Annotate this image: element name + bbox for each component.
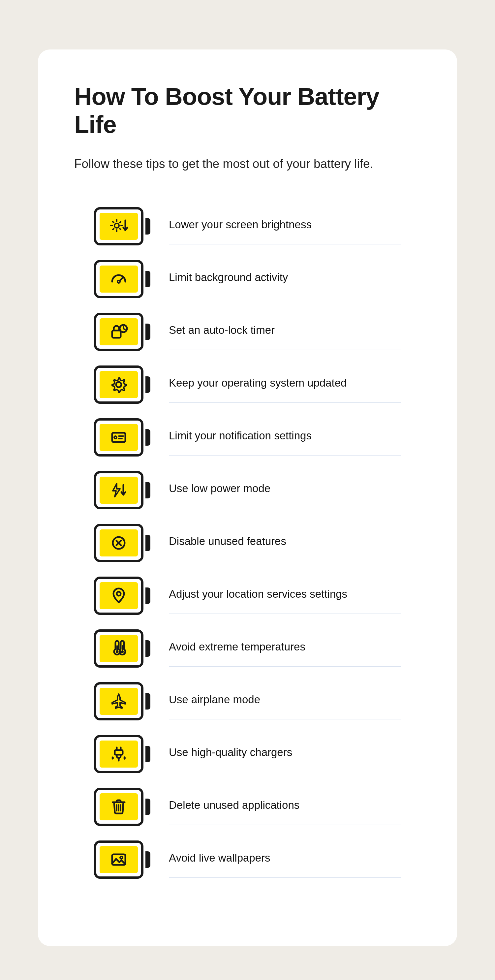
battery-icon: [94, 577, 150, 615]
tip-label: Avoid live wallpapers: [169, 852, 401, 864]
tip-row: Limit background activity: [94, 260, 401, 298]
location-pin-icon: [110, 587, 128, 604]
tip-row: Use low power mode: [94, 471, 401, 509]
charger-plug-icon: [110, 746, 128, 763]
tip-label: Disable unused features: [169, 535, 401, 547]
battery-icon: [94, 313, 150, 351]
image-icon: [110, 851, 128, 868]
lock-timer-icon: [110, 323, 128, 340]
page-title: How To Boost Your Battery Life: [74, 83, 421, 138]
low-power-icon: [110, 482, 128, 499]
tip-text-wrap: Avoid extreme temperatures: [169, 631, 401, 667]
brightness-down-icon: [110, 218, 128, 235]
tip-text-wrap: Avoid live wallpapers: [169, 842, 401, 878]
x-circle-icon: [110, 535, 128, 552]
tip-row: Adjust your location services settings: [94, 577, 401, 615]
tip-text-wrap: Limit your notification settings: [169, 420, 401, 455]
battery-icon: [94, 629, 150, 668]
battery-icon: [94, 366, 150, 404]
tip-label: Avoid extreme temperatures: [169, 641, 401, 653]
tip-row: Avoid live wallpapers: [94, 840, 401, 879]
airplane-icon: [110, 693, 128, 710]
battery-icon: [94, 207, 150, 245]
gear-icon: [110, 376, 128, 393]
tip-label: Use low power mode: [169, 482, 401, 495]
page-subtitle: Follow these tips to get the most out of…: [74, 157, 421, 171]
tip-label: Use airplane mode: [169, 694, 401, 706]
tip-row: Delete unused applications: [94, 788, 401, 826]
tip-text-wrap: Delete unused applications: [169, 789, 401, 825]
tip-row: Keep your operating system updated: [94, 366, 401, 404]
card: How To Boost Your Battery Life Follow th…: [38, 49, 457, 946]
tip-row: Lower your screen brightness: [94, 207, 401, 245]
tip-label: Set an auto-lock timer: [169, 324, 401, 336]
tip-text-wrap: Set an auto-lock timer: [169, 314, 401, 350]
tip-text-wrap: Lower your screen brightness: [169, 208, 401, 244]
battery-icon: [94, 840, 150, 879]
tips-list: Lower your screen brightnessLimit backgr…: [74, 207, 421, 879]
tip-label: Lower your screen brightness: [169, 218, 401, 231]
tip-text-wrap: Adjust your location services settings: [169, 578, 401, 614]
tip-row: Set an auto-lock timer: [94, 313, 401, 351]
tip-row: Use airplane mode: [94, 682, 401, 721]
tip-label: Keep your operating system updated: [169, 377, 401, 389]
tip-text-wrap: Use airplane mode: [169, 684, 401, 719]
battery-icon: [94, 524, 150, 562]
tip-label: Use high-quality chargers: [169, 746, 401, 759]
notification-card-icon: [110, 429, 128, 446]
tip-text-wrap: Use low power mode: [169, 473, 401, 508]
tip-row: Disable unused features: [94, 524, 401, 562]
tip-row: Use high-quality chargers: [94, 735, 401, 773]
battery-icon: [94, 418, 150, 457]
tip-row: Limit your notification settings: [94, 418, 401, 457]
thermometer-icon: [110, 640, 128, 657]
battery-icon: [94, 682, 150, 721]
tip-label: Delete unused applications: [169, 799, 401, 811]
gauge-icon: [110, 270, 128, 288]
tip-text-wrap: Keep your operating system updated: [169, 367, 401, 403]
trash-icon: [110, 798, 128, 815]
battery-icon: [94, 788, 150, 826]
battery-icon: [94, 260, 150, 298]
page: How To Boost Your Battery Life Follow th…: [0, 0, 495, 980]
tip-text-wrap: Disable unused features: [169, 525, 401, 561]
tip-label: Limit background activity: [169, 271, 401, 284]
tip-label: Limit your notification settings: [169, 430, 401, 442]
tip-text-wrap: Use high-quality chargers: [169, 736, 401, 772]
tip-text-wrap: Limit background activity: [169, 261, 401, 297]
tip-row: Avoid extreme temperatures: [94, 629, 401, 668]
battery-icon: [94, 735, 150, 773]
tip-label: Adjust your location services settings: [169, 588, 401, 600]
battery-icon: [94, 471, 150, 509]
